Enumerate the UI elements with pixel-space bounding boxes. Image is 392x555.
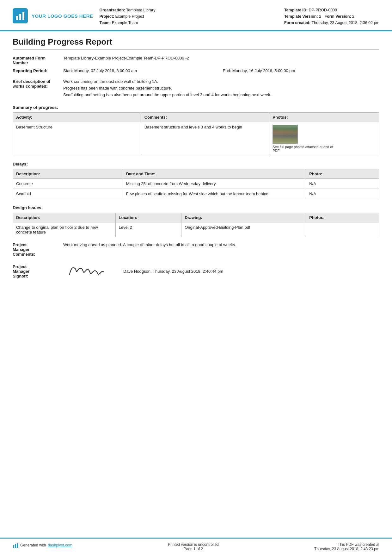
svg-rect-0 (16, 16, 18, 20)
reporting-start: Start: Monday, 02 July 2018, 8:00:00 am (63, 67, 223, 78)
footer: Generated with dashpivot.com Printed ver… (0, 538, 392, 555)
delays-header-desc: Description: (13, 169, 123, 179)
design-desc-1: Change to original plan on floor 2 due t… (13, 222, 116, 237)
brief-desc-line-1: Work continuing on the east side wall of… (63, 79, 377, 84)
summary-section-title: Summary of progress: (13, 105, 379, 110)
reporting-period-row: Reporting Period: Start: Monday, 02 July… (13, 67, 379, 78)
template-id-line: Template ID: DP-PROD-0009 (284, 7, 379, 13)
design-photos-1 (306, 222, 379, 237)
signature-area: Dave Hodgson, Thursday, 23 August 2018, … (63, 262, 223, 281)
pm-signoff-row: ProjectManagerSignoff: Dave Hodgson, Thu… (13, 262, 379, 281)
footer-right: This PDF was created at Thursday, 23 Aug… (314, 542, 379, 551)
page-spacer (0, 415, 392, 538)
delays-desc-2: Scaffold (13, 189, 123, 199)
design-header-row: Description: Location: Drawing: Photos: (13, 213, 379, 222)
svg-rect-3 (13, 545, 14, 548)
pm-comments-label-text: ProjectManagerComments: (13, 242, 35, 257)
pm-comments-label: ProjectManagerComments: (13, 242, 63, 257)
logo-icon (13, 8, 28, 23)
main-content: Building Progress Report Automated Form … (0, 31, 392, 415)
report-title: Building Progress Report (13, 37, 379, 50)
signature-image (63, 262, 111, 281)
footer-pdf-created-label: This PDF was created at (314, 542, 379, 547)
brief-desc-values: Work continuing on the east side wall of… (63, 78, 379, 99)
delays-table: Description: Date and Time: Photo: Concr… (13, 169, 379, 199)
design-header-location: Location: (115, 213, 181, 222)
pm-signoff-label: ProjectManagerSignoff: (13, 264, 63, 278)
summary-comments-1: Basement structure and levels 3 and 4 wo… (141, 122, 269, 155)
template-version-label: Template Version: (284, 14, 318, 19)
form-version-label: Form Version: (325, 14, 351, 19)
design-drawing-1: Original-Approved-Building-Plan.pdf (181, 222, 306, 237)
delays-row-1: Concrete Missing 25t of concrete from We… (13, 179, 379, 189)
form-created-value: Thursday, 23 August 2018, 2:36:02 pm (312, 21, 380, 25)
footer-page: Page 1 of 2 (168, 547, 219, 551)
page: YOUR LOGO GOES HERE Organisation: Templa… (0, 0, 392, 555)
footer-link[interactable]: dashpivot.com (48, 543, 72, 547)
template-id-value: DP-PROD-0009 (309, 8, 337, 12)
automated-form-label: Automated Form Number (13, 54, 63, 67)
svg-rect-5 (17, 543, 18, 548)
footer-left: Generated with dashpivot.com (13, 542, 72, 548)
photo-cell: See full page photos attached at end of … (273, 125, 376, 153)
summary-header-row: Activity: Comments: Photos: (13, 113, 379, 122)
summary-activity-1: Basement Structure (13, 122, 141, 155)
svg-rect-1 (19, 14, 21, 20)
pm-comments-value: Work moving ahead as planned. A couple o… (63, 242, 379, 257)
automated-form-row: Automated Form Number Template Library-E… (13, 54, 379, 67)
svg-rect-2 (22, 12, 24, 20)
footer-center: Printed version is uncontrolled Page 1 o… (168, 542, 219, 551)
photo-caption: See full page photos attached at end of … (273, 145, 336, 153)
brief-desc-label: Brief description of works completed: (13, 78, 63, 99)
delays-header-row: Description: Date and Time: Photo: (13, 169, 379, 179)
delays-row-2: Scaffold Few pieces of scaffold missing … (13, 189, 379, 199)
form-created-line: Form created: Thursday, 23 August 2018, … (284, 20, 379, 26)
delays-desc-1: Concrete (13, 179, 123, 189)
pm-comments-row: ProjectManagerComments: Work moving ahea… (13, 242, 379, 257)
template-id-label: Template ID: (284, 8, 308, 12)
design-issues-section-title: Design Issues: (13, 205, 379, 210)
pm-section: ProjectManagerComments: Work moving ahea… (13, 242, 379, 281)
brief-desc-row: Brief description of works completed: Wo… (13, 78, 379, 99)
footer-of-text: of 2 (197, 547, 203, 551)
design-header-photos: Photos: (306, 213, 379, 222)
project-value: Example Project (115, 14, 144, 19)
delays-date-2: Few pieces of scaffold missing for West … (123, 189, 306, 199)
svg-rect-4 (15, 544, 16, 548)
org-label: Organisation: (100, 8, 125, 12)
automated-form-value: Template Library-Example Project-Example… (63, 54, 379, 67)
summary-header-comments: Comments: (141, 113, 269, 122)
delays-date-1: Missing 25t of concrete from Wednesday d… (123, 179, 306, 189)
pm-signoff-label-text: ProjectManagerSignoff: (13, 264, 29, 278)
delays-photo-1: N/A (306, 179, 379, 189)
template-version-value: 2 (319, 14, 321, 19)
header-meta-left: Organisation: Template Library Project: … (100, 7, 156, 26)
org-value: Template Library (126, 8, 155, 12)
pm-signoff-name: Dave Hodgson, Thursday, 23 August 2018, … (123, 269, 223, 274)
design-header-desc: Description: (13, 213, 116, 222)
photo-thumbnail (273, 125, 298, 144)
reporting-end: End: Monday, 16 July 2018, 5:00:00 pm (223, 67, 380, 78)
footer-printed-notice: Printed version is uncontrolled (168, 542, 219, 547)
brief-desc-line-2: Progress has been made with concrete bas… (63, 86, 377, 90)
org-line: Organisation: Template Library (100, 7, 156, 13)
delays-section-title: Delays: (13, 162, 379, 166)
summary-photo-1: See full page photos attached at end of … (269, 122, 379, 155)
design-row-1: Change to original plan on floor 2 due t… (13, 222, 379, 237)
logo-text: YOUR LOGO GOES HERE (32, 13, 93, 19)
team-label: Team: (100, 21, 111, 25)
form-version-value: 2 (352, 14, 354, 19)
info-table: Automated Form Number Template Library-E… (13, 54, 379, 99)
summary-table: Activity: Comments: Photos: Basement Str… (13, 112, 379, 155)
footer-logo-icon (13, 542, 18, 548)
delays-header-date: Date and Time: (123, 169, 306, 179)
form-created-label: Form created: (284, 21, 310, 25)
photo-thumb-inner (273, 125, 297, 143)
delays-header-photo: Photo: (306, 169, 379, 179)
version-line: Template Version: 2 Form Version: 2 (284, 13, 379, 20)
summary-row-1: Basement Structure Basement structure an… (13, 122, 379, 155)
brief-desc-line-3: Scaffolding and netting has also been pu… (63, 92, 377, 97)
header-meta: Organisation: Template Library Project: … (100, 6, 379, 26)
summary-header-activity: Activity: (13, 113, 141, 122)
delays-photo-2: N/A (306, 189, 379, 199)
